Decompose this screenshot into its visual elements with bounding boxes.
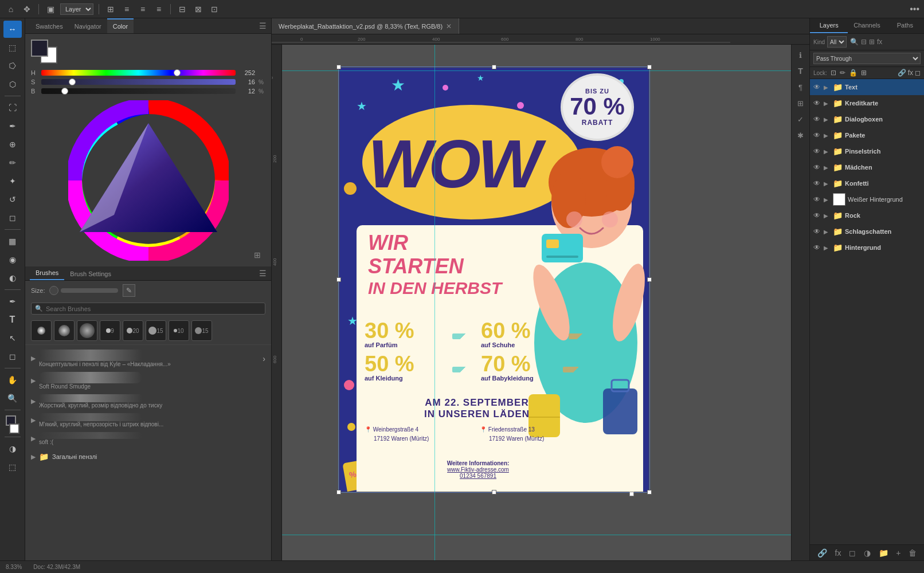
tab-brush-settings[interactable]: Brush Settings [64, 268, 117, 280]
tab-channels[interactable]: Channels [848, 18, 886, 33]
info-icon[interactable]: ℹ [794, 48, 808, 62]
crop-tool[interactable]: ⛶ [3, 99, 22, 116]
eraser-tool[interactable]: ◻ [3, 209, 22, 226]
lock-draw-icon[interactable]: ✏ [840, 69, 845, 77]
hand-tool[interactable]: ✋ [3, 371, 22, 388]
eye-dialogboxen[interactable]: 👁 [813, 115, 821, 123]
bri-value[interactable]: 12 [239, 88, 255, 95]
layer-rock[interactable]: 👁 ▶ 📁 Rock [810, 207, 924, 223]
dodge-tool[interactable]: ◐ [3, 269, 22, 286]
move-tool[interactable]: ↔ [3, 21, 22, 38]
align-left-icon[interactable]: ≡ [120, 3, 133, 15]
arrow-hintergrund[interactable]: ▶ [824, 245, 831, 251]
align-right-icon[interactable]: ≡ [152, 3, 165, 15]
layer-madchen[interactable]: 👁 ▶ 📁 Mädchen [810, 159, 924, 175]
tab-color[interactable]: Color [107, 18, 134, 33]
layer-style-btn[interactable]: fx [835, 548, 841, 558]
sat-thumb[interactable] [69, 79, 76, 85]
brush-group-kyle[interactable]: ▶ Концептуальні і пензлі від Kyle – «Нак… [25, 347, 271, 370]
adjust-icon[interactable]: ⊞ [869, 38, 875, 46]
history-brush-tool[interactable]: ↺ [3, 191, 22, 208]
brush-group-smudge[interactable]: ▶ Soft Round Smudge [25, 370, 271, 392]
brushes-menu-icon[interactable]: ☰ [259, 269, 267, 278]
new-group-btn[interactable]: 📁 [879, 548, 888, 558]
layer-select-icon[interactable]: ▣ [44, 3, 57, 15]
path-select-tool[interactable]: ↖ [3, 329, 22, 347]
arrange-icon[interactable]: ⊠ [192, 3, 205, 15]
lock-pos-icon[interactable]: ⊡ [831, 69, 836, 77]
transform-icon[interactable]: ⊡ [208, 3, 221, 15]
link-icon[interactable]: 🔗 [898, 69, 906, 77]
bri-thumb[interactable] [61, 88, 68, 95]
sat-value[interactable]: 16 [239, 79, 255, 85]
layer-hintergrund[interactable]: 👁 ▶ 📁 Hintergrund [810, 240, 924, 256]
eyedropper-tool[interactable]: ✒ [3, 117, 22, 135]
quickmask-tool[interactable]: ◑ [3, 440, 22, 457]
new-layer-btn[interactable]: + [896, 548, 900, 558]
lock-art-icon[interactable]: ⊞ [861, 69, 867, 77]
home-icon[interactable]: ⌂ [5, 3, 17, 15]
layer-select[interactable]: Layer [60, 3, 93, 15]
eye-hintergrund[interactable]: 👁 [813, 244, 821, 252]
eye-madchen[interactable]: 👁 [813, 163, 821, 171]
delete-layer-btn[interactable]: 🗑 [909, 548, 917, 558]
screen-mode-tool[interactable]: ⬚ [3, 458, 22, 476]
asterisk-icon[interactable]: ✱ [794, 128, 808, 142]
size-reset-btn[interactable] [49, 286, 58, 295]
spot-heal-tool[interactable]: ⊕ [3, 136, 22, 153]
brush-preset-extra[interactable]: 10 [169, 320, 189, 341]
foreground-color[interactable] [31, 40, 48, 57]
grid-icon[interactable]: ⊞ [104, 3, 117, 15]
tab-swatches[interactable]: Swatches [30, 18, 69, 33]
hue-track[interactable] [41, 70, 236, 76]
arrow-text[interactable]: ▶ [824, 84, 831, 91]
arrow-pinselstrich[interactable]: ▶ [824, 148, 831, 155]
tab-layers[interactable]: Layers [810, 18, 848, 33]
color-wheel-container[interactable]: ⊞ [31, 100, 265, 261]
eye-kreditkarte[interactable]: 👁 [813, 99, 821, 107]
brush-preset-extra2[interactable]: 15 [191, 320, 212, 341]
panel-menu-icon[interactable]: ☰ [259, 21, 267, 30]
lock-all-icon[interactable]: 🔒 [849, 69, 858, 77]
align-center-icon[interactable]: ≡ [136, 3, 149, 15]
bg-swatch-tool[interactable] [9, 423, 19, 434]
brush-group-hard[interactable]: ▶ Жорсткий, круглий, розмір відповідно д… [25, 392, 271, 411]
poster-wrapper[interactable]: ★ ★ ★ [339, 68, 649, 492]
layer-dialogboxen[interactable]: 👁 ▶ 📁 Dialogboxen [810, 111, 924, 127]
eye-schlagschatten[interactable]: 👁 [813, 227, 821, 236]
distribute-icon[interactable]: ⊟ [176, 3, 189, 15]
brush-tool[interactable]: ✏ [3, 154, 22, 171]
adj-layer-btn[interactable]: ◑ [864, 548, 871, 558]
eye-pakete[interactable]: 👁 [813, 131, 821, 139]
arrow-konfetti[interactable]: ▶ [824, 180, 831, 187]
arrow-kreditkarte[interactable]: ▶ [824, 100, 831, 107]
picker-expand-icon[interactable]: ⊞ [254, 250, 261, 260]
brush-preset-hard-lg[interactable]: 15 [146, 320, 166, 341]
hue-thumb[interactable] [174, 69, 181, 76]
hue-value[interactable]: 252 [239, 69, 255, 76]
layer-konfetti[interactable]: 👁 ▶ 📁 Konfetti [810, 175, 924, 191]
clone-stamp-tool[interactable]: ✦ [3, 172, 22, 190]
brush-preset-hard-md[interactable]: 20 [123, 320, 143, 341]
tab-brushes[interactable]: Brushes [30, 266, 64, 280]
zoom-tool[interactable]: 🔍 [3, 390, 22, 407]
color-wheel[interactable] [68, 100, 229, 261]
type-tool[interactable]: T [3, 311, 22, 328]
arrow-weisser[interactable]: ▶ [824, 197, 831, 203]
link-layers-btn[interactable]: 🔗 [817, 548, 827, 558]
size-edit-btn[interactable]: ✎ [123, 284, 135, 297]
bri-track[interactable] [41, 88, 236, 94]
size-track[interactable] [61, 288, 118, 293]
layer-pinselstrich[interactable]: 👁 ▶ 📁 Pinselstrich [810, 143, 924, 159]
grid-side-icon[interactable]: ⊞ [794, 96, 808, 110]
arrow-madchen[interactable]: ▶ [824, 164, 831, 171]
brush-preset-soft-md[interactable] [54, 320, 75, 341]
layer-kreditkarte[interactable]: 👁 ▶ 📁 Kreditkarte [810, 95, 924, 111]
brush-group-soft[interactable]: ▶ М'який, круглий, непрозорість і штрих … [25, 411, 271, 430]
document-tab[interactable]: Werbeplakat_Rabattaktion_v2.psd @ 8,33% … [272, 18, 459, 34]
eye-weisser[interactable]: 👁 [813, 195, 821, 203]
blur-tool[interactable]: ◉ [3, 251, 22, 268]
shape-tool[interactable]: ◻ [3, 348, 22, 365]
arrow-rock[interactable]: ▶ [824, 213, 831, 219]
tab-navigator[interactable]: Navigator [69, 18, 107, 33]
